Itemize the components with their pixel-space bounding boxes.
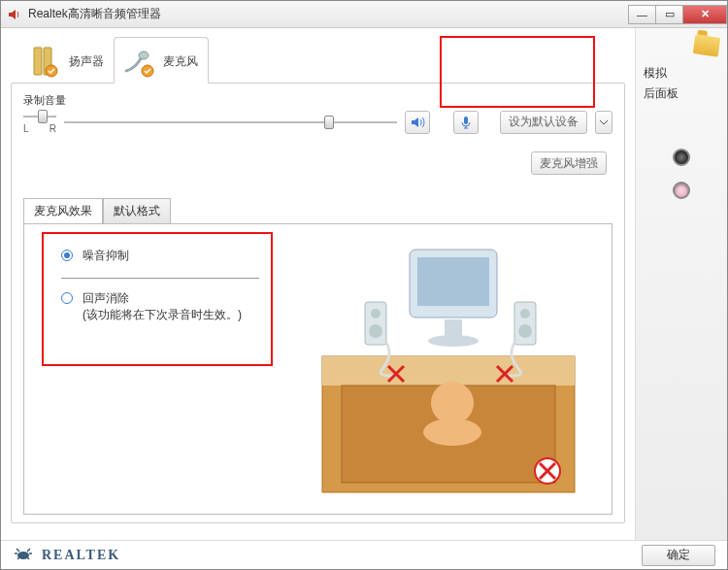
set-default-device-button[interactable]: 设为默认设备	[500, 111, 587, 134]
analog-label: 模拟	[644, 65, 667, 82]
subtab-mic-effects[interactable]: 麦克风效果	[23, 198, 103, 224]
tab-speaker[interactable]: 扬声器	[20, 38, 114, 83]
svg-point-17	[520, 309, 530, 319]
jack-black[interactable]	[673, 149, 690, 166]
jack-pink[interactable]	[673, 182, 690, 199]
svg-point-18	[518, 324, 532, 338]
folder-icon[interactable]	[693, 34, 721, 56]
brand-label: REALTEK	[42, 548, 120, 563]
footer: REALTEK 确定	[1, 540, 727, 569]
subtab-format-label: 默认格式	[114, 204, 160, 218]
mute-button[interactable]	[405, 111, 430, 134]
device-panel: 录制音量 L R	[11, 83, 625, 523]
svg-rect-13	[365, 302, 386, 345]
titlebar: Realtek高清晰音频管理器 ― ▭ ✕	[1, 1, 727, 28]
svg-point-24	[423, 419, 481, 446]
svg-rect-0	[34, 48, 42, 75]
volume-row: L R	[23, 110, 612, 134]
window-controls: ― ▭ ✕	[628, 5, 727, 24]
mic-boost-label: 麦克风增强	[540, 155, 598, 172]
tab-speaker-label: 扬声器	[69, 53, 104, 70]
svg-rect-7	[322, 356, 575, 386]
balance-left-label: L	[23, 123, 29, 134]
svg-point-15	[369, 324, 382, 338]
subtab-effects-label: 麦克风效果	[34, 204, 92, 218]
svg-rect-5	[464, 117, 468, 124]
mic-mute-button[interactable]	[453, 111, 479, 134]
rear-panel-label: 后面板	[644, 85, 678, 102]
main-panel: 扬声器 麦克风 录制音量	[1, 28, 635, 540]
highlight-options	[42, 232, 273, 366]
realtek-crab-icon	[13, 545, 34, 565]
tab-microphone[interactable]: 麦克风	[114, 37, 209, 84]
ok-button[interactable]: 确定	[642, 545, 715, 566]
tab-microphone-label: 麦克风	[163, 53, 198, 70]
highlight-mic-controls	[440, 36, 595, 108]
default-device-dropdown[interactable]	[595, 111, 612, 134]
sub-tabs: 麦克风效果 默认格式	[23, 198, 612, 224]
app-icon	[7, 7, 22, 22]
balance-slider[interactable]	[23, 110, 56, 123]
app-window: Realtek高清晰音频管理器 ― ▭ ✕ 扬声器 麦克风	[0, 0, 728, 570]
balance-right-label: R	[50, 123, 56, 134]
volume-slider[interactable]	[64, 116, 397, 129]
mic-boost-button[interactable]: 麦克风增强	[531, 151, 607, 175]
set-default-device-label: 设为默认设备	[509, 114, 579, 130]
svg-rect-16	[514, 302, 536, 345]
svg-rect-11	[445, 319, 462, 337]
desk-illustration	[303, 230, 594, 502]
microphone-icon	[120, 44, 157, 79]
subtab-default-format[interactable]: 默认格式	[103, 198, 171, 224]
speaker-icon	[26, 44, 63, 79]
content-area: 扬声器 麦克风 录制音量	[1, 28, 727, 540]
effects-panel: 噪音抑制 回声消除 (该功能将在下次录音时生效。)	[23, 223, 612, 515]
sidebar: 模拟 后面板	[635, 28, 727, 540]
svg-rect-10	[417, 257, 489, 306]
maximize-button[interactable]: ▭	[655, 5, 682, 24]
svg-point-23	[431, 382, 474, 424]
svg-point-14	[371, 309, 381, 319]
window-title: Realtek高清晰音频管理器	[28, 6, 161, 22]
svg-point-3	[139, 51, 149, 59]
close-button[interactable]: ✕	[682, 5, 727, 24]
svg-point-12	[428, 335, 479, 347]
ok-button-label: 确定	[667, 547, 690, 563]
minimize-button[interactable]: ―	[628, 5, 655, 24]
